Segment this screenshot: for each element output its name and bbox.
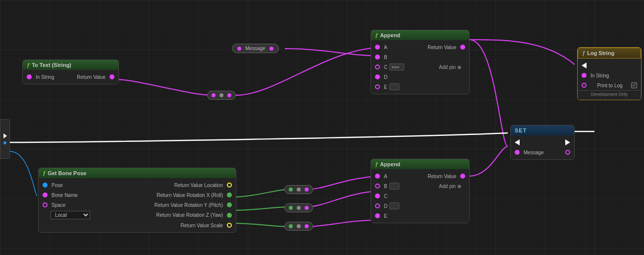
log-print-to-log-row: Print to Log ✓	[578, 80, 641, 90]
in-string-label: In String	[36, 74, 54, 80]
append1-a-label: A	[384, 45, 387, 50]
append2-title: Append	[380, 161, 400, 167]
append1-c-input[interactable]	[389, 64, 404, 70]
gbp-scale-label: Return Value Scale	[181, 223, 223, 228]
blueprint-canvas[interactable]: ƒ To Text (String) In String Return Valu…	[0, 0, 644, 255]
gbp-space-row: Space Return Value Rotation Y (Pitch)	[39, 200, 236, 210]
append1-c-row: C Add pin ⊕	[371, 62, 469, 72]
append2-node: ƒ Append A Return Value B	[371, 159, 470, 223]
to-text-body: In String Return Value	[23, 70, 118, 84]
set-header: SET	[511, 126, 574, 135]
append1-e-label: E	[384, 84, 387, 90]
rotx-reroute	[284, 185, 313, 194]
append2-d-input[interactable]	[389, 202, 399, 209]
gbp-rotx-pin[interactable]	[227, 192, 232, 197]
roty-right-pin[interactable]	[305, 206, 309, 210]
get-bone-pose-header: ƒ Get Bone Pose	[39, 168, 236, 178]
append2-add-pin-label: Add pin	[439, 184, 456, 189]
gbp-rotz-pin[interactable]	[227, 213, 232, 218]
log-in-string-row: In String	[578, 70, 641, 80]
reroute-left-pin[interactable]	[212, 93, 215, 97]
append1-node: ƒ Append A Return Value B	[371, 30, 470, 94]
rotx-left-pin[interactable]	[289, 188, 293, 191]
append2-c-pin[interactable]	[375, 193, 380, 198]
gbp-space-dropdown[interactable]: Local	[51, 211, 90, 219]
append1-e-input[interactable]	[389, 83, 399, 90]
gbp-space-pin[interactable]	[43, 202, 48, 207]
set-exec-out[interactable]	[565, 139, 570, 145]
append1-title: Append	[380, 32, 400, 38]
set-message-pin[interactable]	[515, 150, 520, 155]
rotz-left-pin[interactable]	[289, 224, 293, 228]
log-string-node: ƒ Log String In String Print to Log ✓ De…	[577, 47, 642, 100]
append1-a-pin[interactable]	[375, 45, 380, 50]
append2-b-input[interactable]	[389, 183, 399, 190]
append2-d-pin[interactable]	[375, 203, 380, 208]
rotx-mid	[297, 188, 301, 191]
gbp-space-label: Space	[52, 202, 65, 208]
log-string-header: ƒ Log String	[578, 48, 641, 59]
append1-c-label: C	[384, 64, 387, 70]
gbp-bone-label: Bone Name	[52, 192, 78, 198]
append1-return-pin[interactable]	[460, 45, 465, 50]
to-text-header: ƒ To Text (String)	[23, 60, 118, 70]
append2-d-row: D	[371, 201, 469, 211]
log-in-string-pin[interactable]	[582, 73, 587, 78]
get-bone-pose-node: ƒ Get Bone Pose Pose Return Value Locati…	[38, 168, 236, 233]
to-text-in-string-row: In String Return Value	[23, 72, 118, 82]
gbp-bone-row: Bone Name Return Value Rotation X (Roll)	[39, 190, 236, 200]
append1-b-label: B	[384, 55, 387, 60]
append1-e-pin[interactable]	[375, 84, 380, 89]
append1-body: A Return Value B C	[371, 40, 469, 94]
append2-e-row: E	[371, 211, 469, 221]
dev-only-label: Development Only	[578, 90, 641, 98]
roty-reroute	[284, 203, 313, 212]
reroute-right-pin[interactable]	[227, 93, 231, 97]
rotz-mid	[297, 224, 301, 228]
append1-e-row: E	[371, 82, 469, 92]
append1-c-pin[interactable]	[375, 64, 380, 69]
gbp-roty-label: Return Value Rotation Y (Pitch)	[155, 202, 223, 208]
log-print-checkbox[interactable]: ✓	[631, 82, 637, 88]
gbp-scale-pin[interactable]	[227, 223, 232, 228]
in-string-pin[interactable]	[27, 74, 32, 79]
gbp-space-select-row: Local Return Value Rotation Z (Yaw)	[39, 210, 236, 220]
append1-d-row: D	[371, 72, 469, 82]
append2-a-pin[interactable]	[375, 174, 380, 179]
roty-left-pin[interactable]	[289, 206, 293, 210]
gbp-loc-pin[interactable]	[227, 183, 232, 188]
gbp-pose-pin[interactable]	[43, 183, 48, 188]
append2-header: ƒ Append	[371, 159, 469, 169]
return-value-pin[interactable]	[109, 74, 114, 79]
gbp-pose-row: Pose Return Value Location	[39, 180, 236, 190]
message-right-pin[interactable]	[269, 47, 273, 51]
to-text-title: To Text (String)	[32, 62, 71, 68]
rotx-right-pin[interactable]	[305, 188, 309, 191]
log-exec-in-pin[interactable]	[582, 63, 587, 68]
rotz-right-pin[interactable]	[305, 224, 309, 228]
blue-pin-icon	[3, 141, 6, 144]
append2-d-label: D	[384, 203, 387, 209]
message-left-pin[interactable]	[237, 47, 241, 51]
append1-add-pin[interactable]: Add pin ⊕	[435, 64, 465, 71]
append1-d-pin[interactable]	[375, 74, 380, 79]
set-message-out-pin[interactable]	[565, 150, 570, 155]
append2-add-pin-icon: ⊕	[457, 184, 461, 189]
set-exec-in[interactable]	[515, 139, 520, 145]
log-exec-row	[578, 61, 641, 70]
append2-add-pin[interactable]: Add pin ⊕	[435, 183, 465, 190]
message-connector: Message	[232, 44, 279, 53]
gbp-rotz-label: Return Value Rotation Z (Yaw)	[156, 212, 223, 218]
append1-function-icon: ƒ	[375, 32, 378, 38]
append2-return-pin[interactable]	[460, 174, 465, 179]
log-print-pin[interactable]	[582, 83, 587, 88]
append2-e-pin[interactable]	[375, 213, 380, 218]
append2-b-pin[interactable]	[375, 184, 380, 189]
gbp-title: Get Bone Pose	[48, 170, 86, 176]
set-message-row: Message	[511, 147, 574, 157]
gbp-roty-pin[interactable]	[227, 202, 232, 207]
append1-b-pin[interactable]	[375, 55, 380, 60]
message-label: Message	[245, 46, 266, 51]
gbp-bone-pin[interactable]	[43, 192, 48, 197]
log-print-label: Print to Log	[597, 83, 622, 88]
